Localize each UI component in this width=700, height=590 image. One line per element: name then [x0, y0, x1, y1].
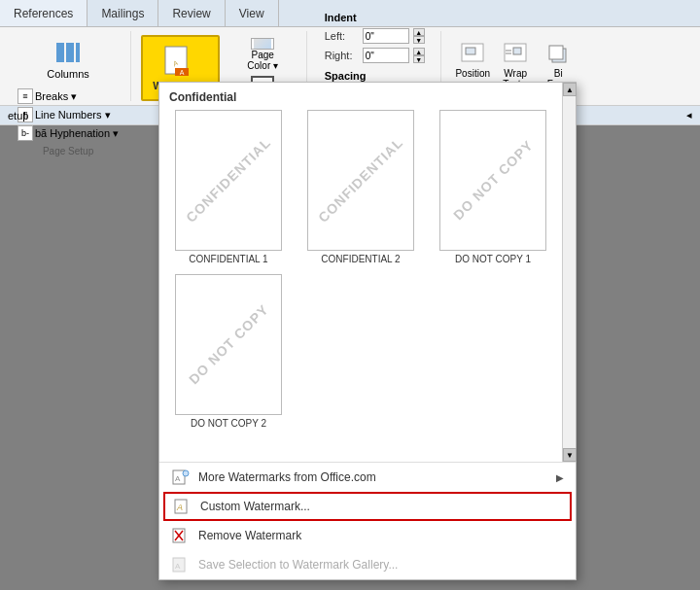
indent-left-spinner[interactable]: ▲ ▼ [413, 28, 425, 44]
wm-label-confidential-1: CONFIDENTIAL 1 [189, 254, 267, 264]
indent-left-input[interactable] [363, 28, 409, 44]
svg-point-17 [183, 470, 189, 476]
wm-do-not-copy-2[interactable]: DO NOT COPY DO NOT COPY 2 [167, 274, 290, 429]
position-label: Position [455, 68, 490, 79]
svg-text:A: A [176, 503, 183, 512]
svg-text:A: A [180, 69, 185, 76]
svg-text:A: A [175, 562, 181, 571]
wm-preview-confidential-2: CONFIDENTIAL [307, 110, 414, 251]
wm-label-do-not-copy-2: DO NOT COPY 2 [191, 418, 266, 429]
tab-references[interactable]: References [0, 0, 88, 26]
wrap-text-icon [502, 41, 529, 68]
custom-watermark-label: Custom Watermark... [200, 500, 310, 513]
watermark-dropdown: Confidential CONFIDENTIAL CONFIDENTIAL 1… [158, 82, 577, 580]
remove-watermark-label: Remove Watermark [198, 529, 301, 542]
svg-rect-10 [513, 48, 521, 54]
wm-preview-do-not-copy-1: DO NOT COPY [439, 110, 546, 251]
tab-mailings[interactable]: Mailings [88, 0, 158, 26]
wm-label-do-not-copy-1: DO NOT COPY 1 [455, 254, 531, 264]
indent-section-label: Indent [325, 12, 425, 23]
wm-text-do-not-copy-2: DO NOT COPY [186, 301, 272, 388]
line-numbers-label: Line Numbers ▾ [35, 109, 111, 121]
tab-review[interactable]: Review [158, 0, 225, 26]
breaks-label: Breaks ▾ [35, 90, 77, 103]
wm-confidential-1[interactable]: CONFIDENTIAL CONFIDENTIAL 1 [167, 110, 290, 264]
svg-text:A: A [175, 474, 181, 483]
page-color-label: Page [251, 50, 273, 60]
wm-preview-confidential-1: CONFIDENTIAL [175, 110, 282, 251]
save-to-gallery-action: A Save Selection to Watermark Gallery... [159, 550, 576, 579]
breaks-icon: ≡ [18, 88, 33, 104]
columns-button[interactable]: Columns [37, 31, 98, 86]
more-watermarks-action[interactable]: A More Watermarks from Office.com ▶ [159, 463, 576, 492]
watermark-icon: A A [163, 45, 196, 78]
scroll-up-btn[interactable]: ▲ [563, 83, 577, 96]
columns-label: Columns [47, 68, 88, 80]
dropdown-scrollbar[interactable]: ▲ ▼ [562, 83, 576, 462]
position-icon [459, 41, 486, 68]
more-watermarks-label: More Watermarks from Office.com [198, 470, 376, 484]
dropdown-actions: A More Watermarks from Office.com ▶ A Cu… [159, 462, 576, 579]
svg-rect-8 [466, 48, 475, 54]
line-numbers-button[interactable]: ¶ Line Numbers ▾ [18, 106, 119, 123]
dropdown-section-title: Confidential [167, 90, 554, 104]
wm-confidential-2[interactable]: CONFIDENTIAL CONFIDENTIAL 2 [299, 110, 422, 264]
scroll-down-btn[interactable]: ▼ [563, 448, 577, 462]
bring-forward-icon [544, 41, 572, 68]
wm-text-confidential-2: CONFIDENTIAL [315, 134, 406, 226]
indent-right-label: Right: [325, 50, 359, 61]
wm-text-confidential-1: CONFIDENTIAL [183, 134, 274, 226]
indent-left-label: Left: [325, 30, 359, 42]
svg-rect-0 [56, 43, 64, 62]
remove-watermark-action[interactable]: Remove Watermark [159, 521, 576, 550]
watermark-scrollable[interactable]: Confidential CONFIDENTIAL CONFIDENTIAL 1… [159, 83, 562, 462]
svg-rect-1 [66, 43, 74, 62]
setup-bar-expand[interactable]: ◂ [686, 109, 692, 121]
tab-view[interactable]: View [226, 0, 279, 26]
indent-right-spinner[interactable]: ▲ ▼ [413, 48, 425, 63]
more-watermarks-arrow: ▶ [556, 472, 564, 483]
wm-label-confidential-2: CONFIDENTIAL 2 [321, 254, 400, 264]
watermark-more-icon: A [171, 468, 191, 487]
watermark-remove-icon [171, 526, 191, 545]
watermark-custom-icon: A [173, 497, 192, 516]
svg-rect-14 [549, 46, 563, 59]
wm-preview-do-not-copy-2: DO NOT COPY [175, 274, 282, 415]
wm-do-not-copy-1[interactable]: DO NOT COPY DO NOT COPY 1 [432, 110, 554, 264]
page-color-sub-label: Color ▾ [247, 60, 278, 71]
wm-text-do-not-copy-1: DO NOT COPY [450, 137, 537, 224]
breaks-button[interactable]: ≡ Breaks ▾ [18, 87, 119, 105]
watermark-grid: CONFIDENTIAL CONFIDENTIAL 1 CONFIDENTIAL… [167, 110, 554, 429]
indent-right-input[interactable] [363, 48, 409, 63]
page-setup-group: Columns ≡ Breaks ▾ ¶ Line Numbers ▾ b- b… [6, 31, 131, 101]
save-to-gallery-label: Save Selection to Watermark Gallery... [198, 558, 398, 572]
columns-icon [54, 39, 82, 66]
page-color-button[interactable]: Page Color ▾ [226, 37, 300, 72]
custom-watermark-action[interactable]: A Custom Watermark... [163, 492, 572, 521]
setup-bar-text: etup [8, 110, 28, 121]
spacing-section-label: Spacing [325, 70, 425, 82]
watermark-save-icon: A [171, 555, 191, 574]
svg-rect-2 [76, 43, 80, 62]
